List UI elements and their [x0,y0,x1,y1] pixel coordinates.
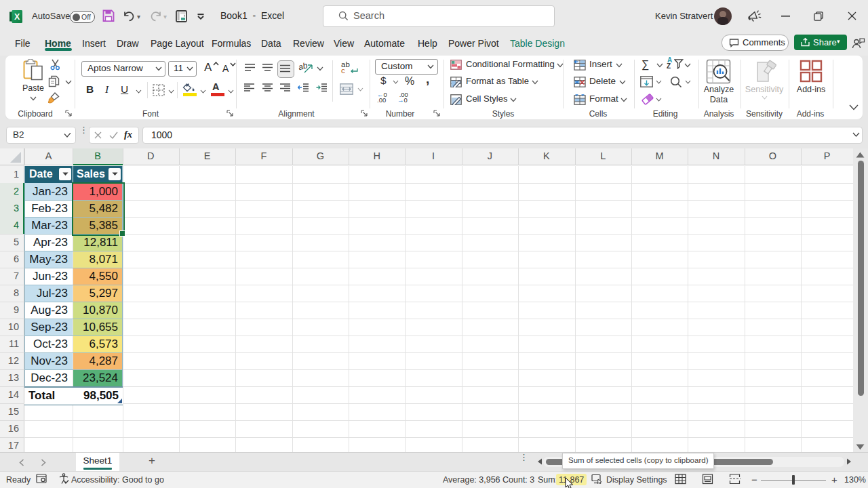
svg-text:X: X [14,12,20,22]
